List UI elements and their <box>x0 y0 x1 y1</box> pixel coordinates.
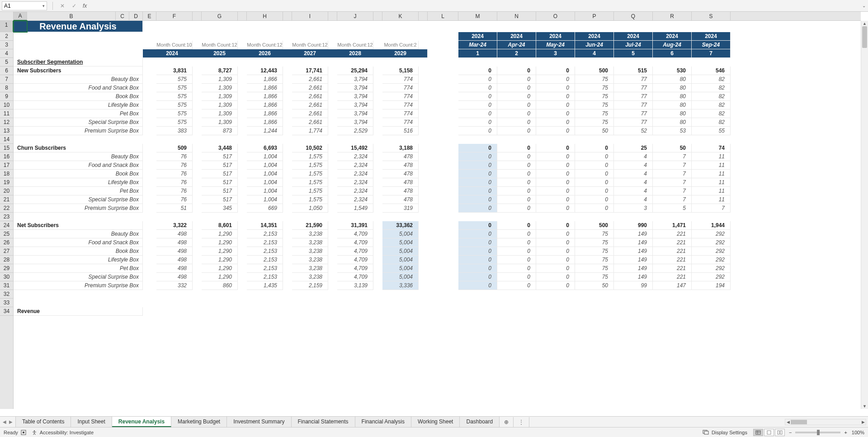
hscroll-left-icon[interactable]: ◀ <box>785 419 791 425</box>
cell[interactable]: 25 <box>614 144 653 152</box>
cell[interactable]: 1,575 <box>292 152 328 161</box>
cell[interactable]: 76 <box>156 161 193 170</box>
cell[interactable]: 0 <box>536 118 575 127</box>
cell[interactable]: 1,004 <box>247 178 283 187</box>
cell[interactable]: 1,309 <box>202 109 238 118</box>
cell[interactable]: 75 <box>575 230 614 238</box>
formula-input[interactable] <box>90 1 860 10</box>
cell[interactable]: 1,309 <box>202 118 238 127</box>
cell[interactable]: 2029 <box>373 49 428 58</box>
cell[interactable]: 221 <box>653 256 692 264</box>
sheet-tab-financial-statements[interactable]: Financial Statements <box>292 417 355 427</box>
cell[interactable]: Pet Box <box>14 187 143 195</box>
cell[interactable]: 575 <box>156 101 193 109</box>
cell[interactable]: 0 <box>536 273 575 281</box>
cell[interactable]: 3,794 <box>337 101 373 109</box>
cell[interactable]: 0 <box>497 127 536 135</box>
cell[interactable]: 575 <box>156 75 193 84</box>
cell[interactable]: 7 <box>653 152 692 161</box>
cell[interactable]: 2,159 <box>292 281 328 290</box>
cell[interactable]: Premium Surprise Box <box>14 281 143 290</box>
cell[interactable]: 2,324 <box>337 178 373 187</box>
cell[interactable]: 500 <box>575 66 614 75</box>
cell[interactable]: 0 <box>497 84 536 92</box>
cell[interactable]: 0 <box>458 127 497 135</box>
col-header-gap[interactable] <box>193 12 202 20</box>
cell[interactable]: Lifestyle Box <box>14 101 143 109</box>
row-header-2[interactable]: 2 <box>0 32 13 41</box>
cell[interactable]: 1,549 <box>337 204 373 213</box>
col-header-S[interactable]: S <box>692 12 731 20</box>
cell[interactable]: 3,794 <box>337 84 373 92</box>
cell[interactable]: 0 <box>497 66 536 75</box>
cell[interactable]: 0 <box>536 161 575 170</box>
cell[interactable]: 860 <box>202 281 238 290</box>
cell[interactable]: 478 <box>382 195 419 204</box>
cell[interactable]: 5,004 <box>382 264 419 273</box>
cell[interactable]: 1,866 <box>247 109 283 118</box>
cell[interactable]: 149 <box>614 230 653 238</box>
cell[interactable]: 0 <box>458 187 497 195</box>
sheet-tab-input-sheet[interactable]: Input Sheet <box>71 417 112 427</box>
cell[interactable]: 2024 <box>614 32 653 41</box>
row-header-11[interactable]: 11 <box>0 109 13 118</box>
cell[interactable]: 6,693 <box>247 144 283 152</box>
cell[interactable]: 51 <box>156 204 193 213</box>
row-header-20[interactable]: 20 <box>0 187 13 195</box>
cell[interactable]: 2024 <box>536 32 575 41</box>
row-header-9[interactable]: 9 <box>0 92 13 101</box>
cell[interactable]: 75 <box>575 247 614 256</box>
cell[interactable]: 0 <box>536 101 575 109</box>
cell[interactable]: 517 <box>202 178 238 187</box>
cell[interactable]: 774 <box>382 84 419 92</box>
cell[interactable]: 5,004 <box>382 230 419 238</box>
cell[interactable]: 4,709 <box>337 273 373 281</box>
add-sheet-button[interactable]: ⊕ <box>500 419 513 425</box>
row-header-22[interactable]: 22 <box>0 204 13 213</box>
cell[interactable]: 3,188 <box>382 144 419 152</box>
cell[interactable]: 478 <box>382 161 419 170</box>
cell[interactable]: 515 <box>614 66 653 75</box>
title-cell[interactable]: Revenue Analysis <box>14 21 143 32</box>
col-header-P[interactable]: P <box>575 12 614 20</box>
cell[interactable]: 2024 <box>458 32 497 41</box>
cell[interactable]: 1,575 <box>292 178 328 187</box>
cell[interactable]: 575 <box>156 109 193 118</box>
cell[interactable]: 0 <box>497 92 536 101</box>
hscroll-right-icon[interactable]: ▶ <box>860 419 866 425</box>
cell[interactable]: 332 <box>156 281 193 290</box>
cell[interactable]: 1,309 <box>202 75 238 84</box>
cell[interactable]: 5,004 <box>382 247 419 256</box>
cell[interactable]: 14,351 <box>247 221 283 230</box>
sheet-tab-financial-analysis[interactable]: Financial Analysis <box>355 417 411 427</box>
cell[interactable]: 0 <box>497 273 536 281</box>
cell[interactable]: 0 <box>497 264 536 273</box>
select-all-cell[interactable] <box>0 12 14 21</box>
cell[interactable]: 3,238 <box>292 256 328 264</box>
cell[interactable]: 2,153 <box>247 247 283 256</box>
cell[interactable]: 478 <box>382 152 419 161</box>
cell[interactable]: 0 <box>575 195 614 204</box>
cell[interactable]: 4 <box>614 170 653 178</box>
cell[interactable]: 8,601 <box>202 221 238 230</box>
cell[interactable]: 0 <box>458 152 497 161</box>
cell[interactable]: 0 <box>497 101 536 109</box>
cell[interactable]: Food and Snack Box <box>14 238 143 247</box>
cell[interactable]: 0 <box>458 264 497 273</box>
cell[interactable]: 2,324 <box>337 161 373 170</box>
row-header-15[interactable]: 15 <box>0 144 13 152</box>
cell[interactable]: 3,238 <box>292 273 328 281</box>
cell[interactable]: Lifestyle Box <box>14 178 143 187</box>
col-header-Q[interactable]: Q <box>614 12 653 20</box>
cell[interactable]: 0 <box>497 238 536 247</box>
cell[interactable]: 7 <box>653 187 692 195</box>
cell[interactable]: 6 <box>653 49 692 58</box>
cell[interactable]: 0 <box>536 256 575 264</box>
display-settings-icon[interactable] <box>703 430 709 435</box>
cell[interactable]: 292 <box>692 273 731 281</box>
cell[interactable]: 82 <box>692 84 731 92</box>
cell[interactable]: 5,004 <box>382 256 419 264</box>
cell[interactable]: 0 <box>497 230 536 238</box>
cell[interactable]: 77 <box>614 109 653 118</box>
cell[interactable]: 1,309 <box>202 92 238 101</box>
